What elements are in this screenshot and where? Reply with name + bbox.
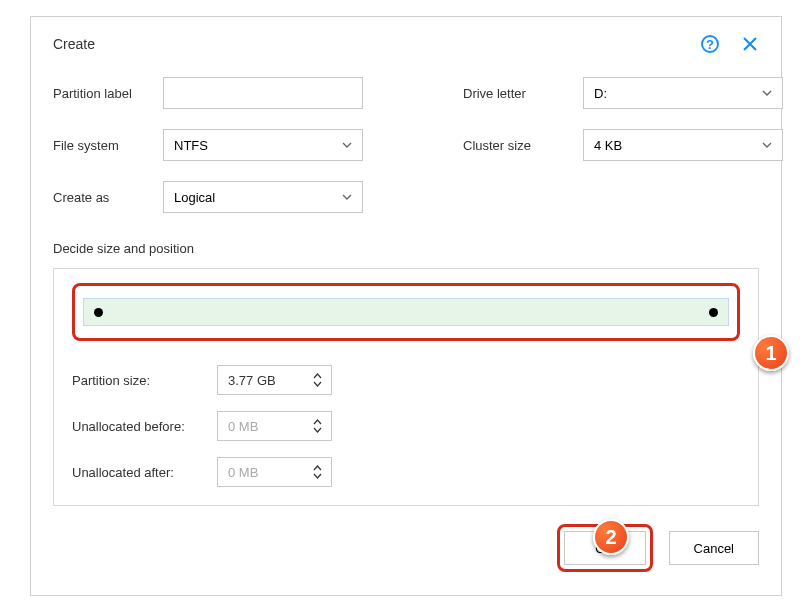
spinner-buttons[interactable] xyxy=(313,368,325,392)
form-grid: Partition label Drive letter D: File sys… xyxy=(53,77,759,213)
position-panel: Partition size: 3.77 GB Unallocated befo… xyxy=(53,268,759,506)
partition-label-input[interactable] xyxy=(163,77,363,109)
unalloc-after-value: 0 MB xyxy=(228,465,258,480)
partition-slider[interactable] xyxy=(83,298,729,326)
drive-letter-select[interactable]: D: xyxy=(583,77,783,109)
slider-highlight xyxy=(72,283,740,341)
chevron-up-icon[interactable] xyxy=(313,419,322,425)
help-icon[interactable]: ? xyxy=(701,35,719,53)
file-system-label: File system xyxy=(53,138,163,153)
dialog-title: Create xyxy=(53,36,95,52)
file-system-select[interactable]: NTFS xyxy=(163,129,363,161)
cancel-button[interactable]: Cancel xyxy=(669,531,759,565)
partition-size-row: Partition size: 3.77 GB xyxy=(72,365,740,395)
slider-handle-left[interactable] xyxy=(94,308,103,317)
drive-letter-label: Drive letter xyxy=(463,86,583,101)
chevron-up-icon[interactable] xyxy=(313,465,322,471)
section-title: Decide size and position xyxy=(53,241,759,256)
unalloc-before-label: Unallocated before: xyxy=(72,419,217,434)
cluster-size-label: Cluster size xyxy=(463,138,583,153)
cluster-size-value: 4 KB xyxy=(594,138,622,153)
callout-1: 1 xyxy=(753,335,789,371)
partition-label-label: Partition label xyxy=(53,86,163,101)
partition-size-value: 3.77 GB xyxy=(228,373,276,388)
chevron-down-icon xyxy=(342,192,352,202)
create-as-value: Logical xyxy=(174,190,215,205)
unalloc-after-row: Unallocated after: 0 MB xyxy=(72,457,740,487)
spinner-buttons[interactable] xyxy=(313,460,325,484)
create-dialog: Create ? Partition label Drive letter D:… xyxy=(30,16,782,596)
chevron-down-icon[interactable] xyxy=(313,381,322,387)
partition-size-spinner[interactable]: 3.77 GB xyxy=(217,365,332,395)
chevron-down-icon xyxy=(762,88,772,98)
unalloc-before-value: 0 MB xyxy=(228,419,258,434)
partition-size-label: Partition size: xyxy=(72,373,217,388)
file-system-value: NTFS xyxy=(174,138,208,153)
drive-letter-value: D: xyxy=(594,86,607,101)
unalloc-before-spinner[interactable]: 0 MB xyxy=(217,411,332,441)
chevron-up-icon[interactable] xyxy=(313,373,322,379)
close-icon[interactable] xyxy=(741,35,759,53)
slider-handle-right[interactable] xyxy=(709,308,718,317)
titlebar: Create ? xyxy=(53,35,759,53)
create-as-label: Create as xyxy=(53,190,163,205)
spinner-buttons[interactable] xyxy=(313,414,325,438)
chevron-down-icon xyxy=(342,140,352,150)
create-as-select[interactable]: Logical xyxy=(163,181,363,213)
chevron-down-icon[interactable] xyxy=(313,473,322,479)
unalloc-after-label: Unallocated after: xyxy=(72,465,217,480)
unalloc-after-spinner[interactable]: 0 MB xyxy=(217,457,332,487)
chevron-down-icon xyxy=(762,140,772,150)
cluster-size-select[interactable]: 4 KB xyxy=(583,129,783,161)
footer: OK Cancel xyxy=(53,524,759,572)
chevron-down-icon[interactable] xyxy=(313,427,322,433)
unalloc-before-row: Unallocated before: 0 MB xyxy=(72,411,740,441)
callout-2: 2 xyxy=(593,519,629,555)
